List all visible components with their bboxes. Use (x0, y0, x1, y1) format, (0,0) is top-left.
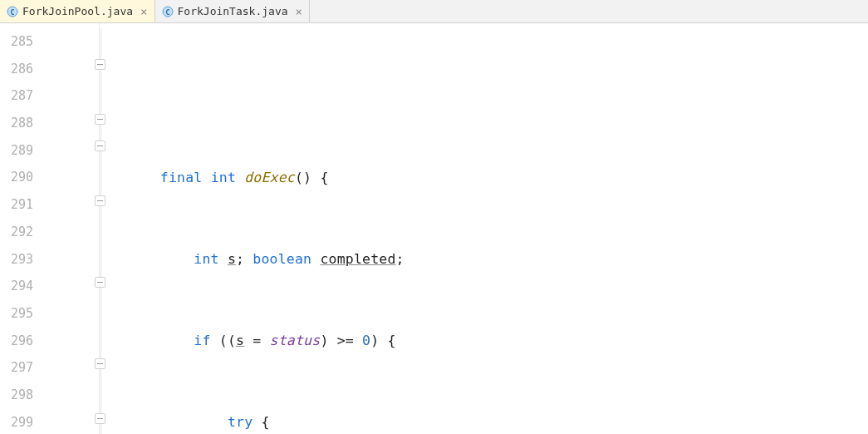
tab-bar: C ForkJoinPool.java × C ForkJoinTask.jav… (0, 0, 868, 23)
tab-label: ForkJoinTask.java (178, 5, 288, 17)
line-number-gutter: 285 286 287 288 289 290 291 292 293 294 … (0, 23, 48, 434)
close-icon[interactable]: × (140, 5, 147, 18)
svg-text:C: C (10, 7, 14, 16)
java-class-icon: C (162, 6, 174, 17)
code-line: try { (100, 409, 868, 434)
code-line: final int doExec() { (100, 165, 868, 192)
java-class-icon: C (7, 6, 18, 17)
code-content[interactable]: final int doExec() { int s; boolean comp… (100, 23, 868, 434)
tab-forkjoinpool[interactable]: C ForkJoinPool.java × (0, 0, 155, 22)
tab-forkjointask[interactable]: C ForkJoinTask.java × (155, 0, 311, 22)
code-line: int s; boolean completed; (100, 246, 868, 274)
code-line (100, 82, 868, 110)
fold-column (48, 23, 100, 434)
svg-text:C: C (165, 7, 169, 16)
close-icon[interactable]: × (296, 5, 302, 18)
code-line: if ((s = status) >= 0) { (100, 328, 868, 355)
editor-area[interactable]: 285 286 287 288 289 290 291 292 293 294 … (0, 23, 868, 434)
tab-label: ForkJoinPool.java (22, 5, 133, 17)
